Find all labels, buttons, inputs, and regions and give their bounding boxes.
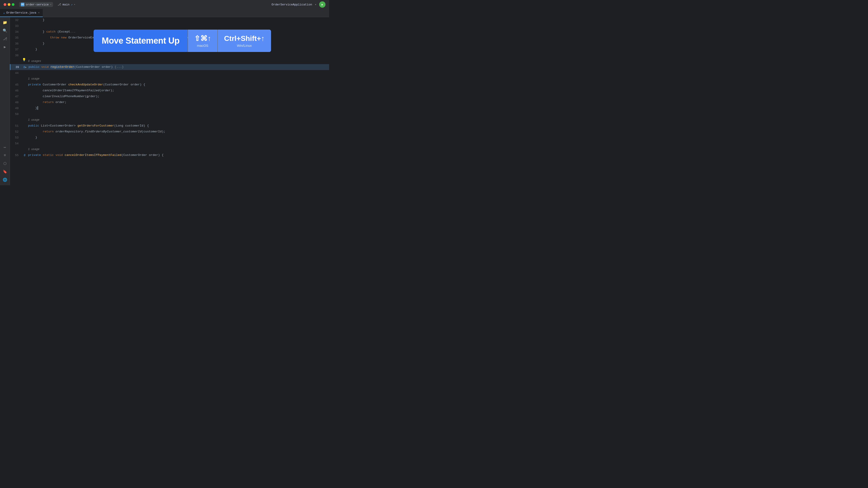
usages-badge-39: 6 usages	[28, 60, 41, 63]
sidebar-item-git[interactable]: ⎇	[1, 35, 8, 42]
code-text-47: clearInvalidPhoneNumber(order);	[28, 94, 329, 99]
sidebar-icons: 📁 🔍 ⎇ ▶ ⋯ ≡ ⬡ 🔖 🌐	[0, 17, 10, 185]
titlebar-right: OrderServiceApplication ▾ ▶	[272, 1, 326, 8]
code-line-46: 46 cancelOrderItemsIfPaymentFailed(order…	[10, 88, 329, 94]
line-num-53: 53	[10, 136, 21, 139]
code-line-38: 38	[10, 53, 329, 58]
cursor	[37, 106, 38, 110]
line-num-48: 48	[10, 101, 21, 104]
code-text-48: return order;	[28, 99, 329, 105]
tabbar: ☕ OrderService.java ×	[0, 9, 329, 17]
branch-name: main	[62, 3, 69, 6]
maximize-button[interactable]	[12, 3, 14, 6]
bulb-indicator[interactable]: 💡	[22, 58, 26, 62]
code-line-44: 44	[10, 70, 329, 76]
app-name: OrderServiceApplication	[272, 3, 312, 6]
tooltip-macos-shortcut: ⇧⌘↑ macOS	[188, 30, 217, 52]
line-num-36: 36	[10, 42, 21, 45]
method-indicator-55: @	[24, 154, 26, 157]
usages-badge-55: 1 usage	[28, 148, 39, 151]
expand-icon-39: ▶	[25, 66, 27, 69]
tooltip-main: Move Statement Up	[94, 30, 188, 52]
usages-line-55: 1 usage	[10, 147, 329, 152]
code-text-32: }	[28, 17, 329, 23]
code-text-45: private CustomerOrder checkAndUpdateOrde…	[28, 82, 329, 88]
code-line-49: 49 }	[10, 105, 329, 111]
layers-icon: ⬡	[3, 161, 6, 166]
sidebar-item-terminal[interactable]: ≡	[1, 152, 8, 159]
macos-keys: ⇧⌘↑	[194, 34, 211, 43]
close-button[interactable]	[4, 3, 6, 6]
line-num-54: 54	[10, 142, 21, 145]
method-indicator-icon: @	[24, 66, 25, 68]
usages-line-39: 6 usages	[10, 58, 329, 64]
run-icon: ▶	[321, 3, 323, 6]
branch-selector[interactable]: ⎇ main ↗ ▾	[56, 2, 77, 7]
bookmark-icon: 🔖	[3, 169, 7, 174]
code-line-54: 54	[10, 140, 329, 147]
run-button[interactable]: ▶	[319, 1, 326, 8]
line-num-46: 46	[10, 89, 21, 92]
code-text-39: public void registerOrder(CustomerOrder …	[29, 64, 329, 70]
search-icon: 🔍	[3, 29, 7, 33]
code-line-45: 45 private CustomerOrder checkAndUpdateO…	[10, 82, 329, 88]
code-line-52: 52 return orderRepository.findOrdersByCu…	[10, 129, 329, 135]
line-num-37: 37	[10, 48, 21, 51]
code-text-52: return orderRepository.findOrdersByCusto…	[28, 129, 329, 135]
titlebar: OS order-service ▾ ⎇ main ↗ ▾ OrderServi…	[0, 0, 329, 9]
editor-area[interactable]: 32 } 33 34 } catch (Except... 35	[10, 17, 329, 185]
tab-filename: OrderService.java	[6, 11, 36, 14]
main-layout: 📁 🔍 ⎇ ▶ ⋯ ≡ ⬡ 🔖 🌐 32	[0, 17, 329, 185]
line-num-50: 50	[10, 112, 21, 116]
line-num-45: 45	[10, 83, 21, 87]
run-icon-sidebar: ▶	[4, 45, 6, 49]
line-num-55: 55	[10, 154, 21, 157]
tab-close-button[interactable]: ×	[38, 11, 39, 14]
line-num-33: 33	[10, 24, 21, 28]
win-keys: Ctrl+Shift+↑	[224, 34, 265, 43]
usages-badge-51: 1 usage	[28, 119, 39, 122]
tooltip-overlay: Move Statement Up ⇧⌘↑ macOS Ctrl+Shift+↑…	[94, 30, 271, 52]
usages-badge-45: 1 usage	[28, 77, 39, 80]
sidebar-item-bookmark[interactable]: 🔖	[1, 168, 8, 175]
code-line-48: 48 return order;	[10, 99, 329, 105]
sidebar-item-globe[interactable]: 🌐	[1, 176, 8, 184]
sidebar-item-project[interactable]: 📁	[1, 19, 8, 26]
bulb-icon: 💡	[22, 58, 26, 62]
app-dropdown-icon: ▾	[315, 3, 316, 6]
sidebar-item-search[interactable]: 🔍	[1, 27, 8, 34]
win-os-label: Win/Linux	[237, 43, 252, 47]
globe-icon: 🌐	[3, 177, 7, 182]
git-branch-icon: ⎇	[58, 3, 61, 6]
line-num-32: 32	[10, 19, 21, 22]
more-icon: ⋯	[4, 145, 6, 150]
line-num-51: 51	[10, 124, 21, 128]
git-icon: ⎇	[3, 37, 7, 41]
project-icon: OS	[21, 3, 24, 6]
folder-icon: 📁	[3, 20, 7, 25]
usages-line-45: 1 usage	[10, 76, 329, 82]
terminal-icon: ≡	[4, 153, 6, 158]
tooltip-win-shortcut: Ctrl+Shift+↑ Win/Linux	[218, 30, 271, 52]
line-num-38: 38	[10, 54, 21, 57]
line-num-47: 47	[10, 95, 21, 98]
code-line-51: 51 public List<CustomerOrder> getOrdersF…	[10, 123, 329, 129]
sidebar-item-layers[interactable]: ⬡	[1, 160, 8, 167]
code-text-46: cancelOrderItemsIfPaymentFailed(order);	[28, 88, 329, 94]
code-line-39: 39 @ ▶ public void registerOrder(Custome…	[10, 64, 329, 70]
code-text-51: public List<CustomerOrder> getOrdersForC…	[28, 123, 329, 129]
line-num-52: 52	[10, 130, 21, 133]
project-dropdown-icon: ▾	[50, 3, 51, 6]
project-name: order-service	[26, 3, 49, 6]
code-text-53: }	[28, 135, 329, 140]
project-selector[interactable]: OS order-service ▾	[19, 2, 53, 7]
file-tab[interactable]: ☕ OrderService.java ×	[0, 9, 43, 17]
line-num-49: 49	[10, 107, 21, 110]
sidebar-item-run[interactable]: ▶	[1, 43, 8, 51]
line-num-39: 39	[10, 66, 22, 69]
code-line-53: 53 }	[10, 135, 329, 140]
line-num-34: 34	[10, 30, 21, 34]
minimize-button[interactable]	[8, 3, 10, 6]
sidebar-item-more[interactable]: ⋯	[1, 144, 8, 151]
line-num-35: 35	[10, 36, 21, 39]
